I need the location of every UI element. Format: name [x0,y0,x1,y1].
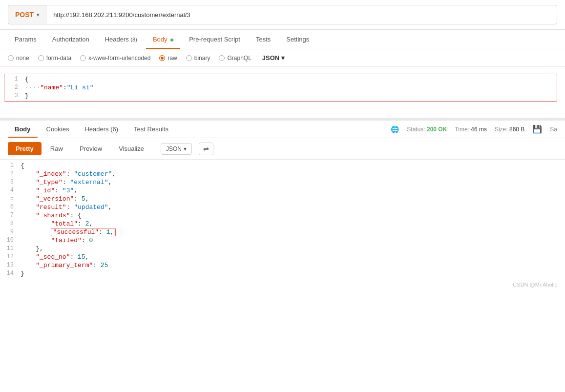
status-label: Status: 200 OK [407,126,447,133]
body-type-raw[interactable]: raw [159,55,177,62]
resp-line-8: 8 "total": 2, [0,220,565,228]
response-meta: 🌐 Status: 200 OK Time: 46 ms Size: 860 B… [391,124,557,134]
response-tab-cookies[interactable]: Cookies [40,121,76,138]
wrap-icon[interactable]: ⇌ [199,143,213,155]
resp-line-10: 10 "failed": 0 [0,236,565,245]
response-tabs-row: Body Cookies Headers (6) Test Results 🌐 … [0,121,565,138]
radio-none [8,55,14,61]
response-tab-headers[interactable]: Headers (6) [78,121,125,138]
body-type-row: none form-data x-www-form-urlencoded raw… [0,49,565,67]
body-type-graphql[interactable]: GraphQL [219,55,251,62]
time-label: Time: 46 ms [455,126,487,133]
view-tab-preview[interactable]: Preview [72,142,110,155]
format-chevron: ▾ [184,145,187,152]
response-tab-test-results[interactable]: Test Results [127,121,175,138]
tab-authorization[interactable]: Authorization [45,30,96,49]
req-line-2: 2 ····"name":"Li si" [4,83,557,92]
tab-pre-request-script[interactable]: Pre-request Script [182,30,247,49]
resp-line-2: 2 "_index": "customer", [0,170,565,178]
resp-line-11: 11 }, [0,245,565,253]
response-body: 1 { 2 "_index": "customer", 3 "_type": "… [0,160,565,280]
method-chevron: ▾ [37,12,39,18]
req-line-1: 1 { [4,75,557,83]
response-tab-body[interactable]: Body [8,121,38,138]
tab-headers[interactable]: Headers (8) [98,30,144,49]
tab-tests[interactable]: Tests [249,30,277,49]
request-tabs: Params Authorization Headers (8) Body Pr… [0,30,565,49]
resp-line-1: 1 { [0,162,565,170]
radio-binary [186,55,192,61]
body-type-binary[interactable]: binary [186,55,210,62]
request-body-editor: 1 { 2 ····"name":"Li si" 3 } [0,67,565,121]
body-type-urlencoded[interactable]: x-www-form-urlencoded [80,55,150,62]
request-code-bordered: 1 { 2 ····"name":"Li si" 3 } [4,74,557,102]
tab-settings[interactable]: Settings [279,30,316,49]
req-line-3: 3 } [4,92,557,100]
resp-line-4: 4 "_id": "3", [0,186,565,195]
resp-line-12: 12 "_seq_no": 15, [0,253,565,261]
save-icon[interactable]: 💾 [532,124,542,134]
size-label: Size: 860 B [495,126,524,133]
radio-graphql [219,55,225,61]
method-select[interactable]: POST ▾ [8,5,46,24]
body-type-form-data[interactable]: form-data [38,55,71,62]
resp-line-7: 7 "_shards": { [0,211,565,220]
body-dot [170,39,173,41]
resp-line-5: 5 "_version": 5, [0,195,565,203]
resp-line-14: 14 } [0,269,565,278]
view-tab-raw[interactable]: Raw [42,142,71,155]
globe-icon: 🌐 [391,125,399,133]
resp-line-6: 6 "result": "updated", [0,203,565,211]
resp-line-13: 13 "_primary_term": 25 [0,261,565,269]
watermark: CSDN @Mr.Aholic [0,280,565,289]
radio-urlencoded [80,55,86,61]
url-bar: POST ▾ [0,0,565,30]
save-label[interactable]: Sa [550,126,557,133]
view-tab-pretty[interactable]: Pretty [8,142,42,155]
view-tabs-row: Pretty Raw Preview Visualize JSON ▾ ⇌ [0,138,565,160]
radio-form-data [38,55,44,61]
resp-line-3: 3 "_type": "external", [0,178,565,186]
radio-raw [159,55,165,61]
tab-params[interactable]: Params [8,30,43,49]
tab-body[interactable]: Body [146,30,180,49]
resp-line-9: 9 "successful": 1, [0,228,565,236]
json-format-selector[interactable]: JSON ▾ [262,54,285,62]
view-format-selector[interactable]: JSON ▾ [161,143,192,155]
body-type-none[interactable]: none [8,55,29,62]
method-label: POST [15,11,34,19]
response-section: Body Cookies Headers (6) Test Results 🌐 … [0,121,565,280]
url-input[interactable] [46,5,557,24]
view-tab-visualize[interactable]: Visualize [111,142,152,155]
code-editor[interactable]: 1 { 2 ····"name":"Li si" 3 } [0,69,565,107]
